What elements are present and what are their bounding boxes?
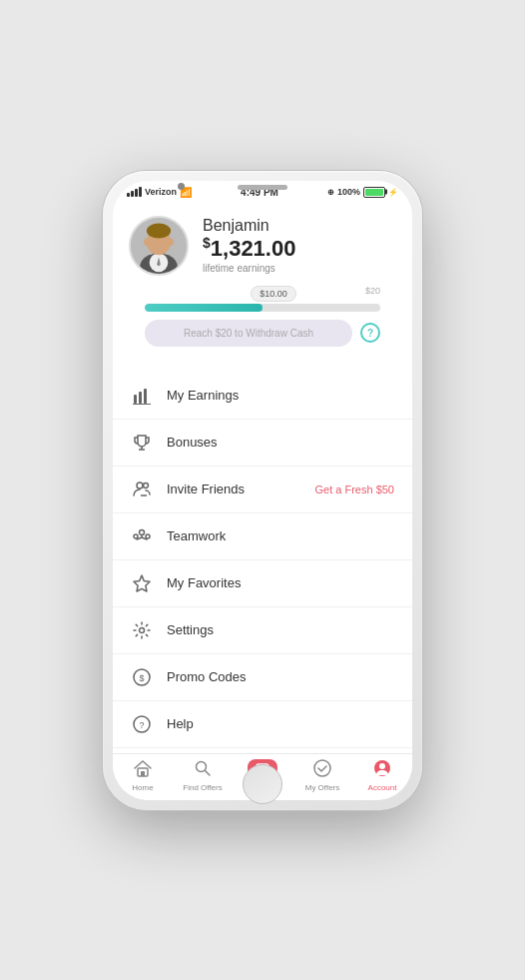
signal-bars-icon — [127, 187, 142, 197]
speaker — [238, 185, 287, 190]
svg-point-14 — [137, 483, 143, 489]
lifetime-label: lifetime earnings — [203, 263, 295, 274]
profile-amount: $1,321.00 — [203, 235, 295, 262]
promo-label: Promo Codes — [167, 669, 394, 684]
svg-point-19 — [146, 534, 150, 538]
search-icon — [194, 759, 212, 781]
menu-item-help[interactable]: ? Help — [113, 701, 412, 748]
dollar-circle-icon: $ — [131, 666, 153, 688]
tab-account[interactable]: Account — [352, 759, 412, 794]
help-label: Help — [167, 716, 394, 731]
invite-badge: Get a Fresh $50 — [315, 484, 395, 495]
avatar — [129, 216, 189, 276]
svg-marker-20 — [134, 575, 150, 591]
help-circle-icon: ? — [131, 713, 153, 735]
currency-symbol: $ — [203, 235, 211, 251]
camera — [178, 183, 185, 190]
battery-icon — [363, 187, 385, 198]
trophy-icon — [131, 432, 153, 454]
charge-icon: ⚡ — [388, 188, 398, 197]
home-icon — [134, 759, 152, 781]
battery-tip — [385, 190, 387, 195]
svg-point-21 — [140, 627, 145, 632]
account-icon — [373, 759, 391, 781]
svg-rect-28 — [141, 771, 145, 776]
phone-frame: Verizon 📶 4:49 PM ⊕ 100% ⚡ — [103, 171, 422, 810]
progress-labels: $10.00 $20 — [145, 286, 380, 302]
svg-rect-9 — [139, 392, 142, 404]
svg-point-17 — [140, 529, 145, 534]
progress-track — [145, 304, 380, 312]
bar-chart-icon — [131, 385, 153, 407]
settings-label: Settings — [167, 622, 394, 637]
tab-find-offers[interactable]: Find Offers — [173, 759, 233, 794]
teamwork-icon — [131, 525, 153, 547]
progress-fill — [145, 304, 262, 312]
invite-label: Invite Friends — [167, 482, 301, 496]
tab-my-offers[interactable]: My Offers — [292, 759, 352, 794]
menu-item-favorites[interactable]: My Favorites — [113, 560, 412, 607]
bonuses-label: Bonuses — [167, 435, 394, 450]
svg-text:$: $ — [139, 673, 144, 683]
progress-current-bubble: $10.00 — [251, 286, 296, 302]
menu-item-bonuses[interactable]: Bonuses — [113, 420, 412, 467]
withdraw-button[interactable]: Reach $20 to Withdraw Cash — [145, 320, 352, 347]
battery-fill — [365, 189, 383, 196]
check-circle-icon — [313, 759, 331, 781]
help-icon[interactable]: ? — [360, 323, 380, 343]
svg-point-6 — [144, 238, 150, 245]
favorites-label: My Favorites — [167, 575, 394, 590]
carrier-label: Verizon — [145, 187, 177, 197]
screen-content: Benjamin $1,321.00 lifetime earnings $10… — [113, 202, 412, 800]
account-tab-label: Account — [368, 783, 397, 792]
svg-rect-10 — [144, 389, 147, 404]
location-icon: ⊕ — [327, 188, 334, 197]
profile-name: Benjamin — [203, 217, 295, 235]
teamwork-label: Teamwork — [167, 528, 394, 543]
svg-line-30 — [206, 770, 211, 775]
svg-point-37 — [379, 763, 385, 769]
withdraw-row: Reach $20 to Withdraw Cash ? — [145, 320, 380, 347]
phone-screen: Verizon 📶 4:49 PM ⊕ 100% ⚡ — [113, 181, 412, 800]
people-icon — [131, 479, 153, 500]
menu-item-promo[interactable]: $ Promo Codes — [113, 654, 412, 701]
home-button[interactable] — [243, 764, 282, 804]
find-offers-tab-label: Find Offers — [183, 783, 222, 792]
menu-item-teamwork[interactable]: Teamwork — [113, 513, 412, 560]
profile-row: Benjamin $1,321.00 lifetime earnings — [129, 216, 295, 276]
progress-max-label: $20 — [365, 286, 380, 302]
svg-rect-11 — [133, 404, 151, 405]
amount-value: 1,321.00 — [211, 236, 296, 261]
battery-percent: 100% — [337, 187, 360, 197]
gear-icon — [131, 619, 153, 641]
profile-section: Benjamin $1,321.00 lifetime earnings $10… — [113, 202, 412, 373]
tab-home[interactable]: Home — [113, 759, 173, 794]
profile-info: Benjamin $1,321.00 lifetime earnings — [203, 217, 295, 274]
svg-point-5 — [147, 223, 171, 238]
menu-item-settings[interactable]: Settings — [113, 607, 412, 654]
menu-list: My Earnings Bonuses — [113, 373, 412, 753]
home-tab-label: Home — [132, 783, 153, 792]
svg-point-18 — [134, 534, 138, 538]
earnings-label: My Earnings — [167, 388, 394, 403]
svg-rect-8 — [134, 395, 137, 404]
svg-point-35 — [314, 760, 330, 776]
star-icon — [131, 572, 153, 594]
svg-text:?: ? — [139, 720, 144, 730]
svg-point-7 — [168, 238, 174, 245]
svg-point-15 — [144, 483, 149, 488]
status-right: ⊕ 100% ⚡ — [327, 187, 398, 198]
menu-item-invite[interactable]: Invite Friends Get a Fresh $50 — [113, 467, 412, 513]
my-offers-tab-label: My Offers — [305, 783, 340, 792]
menu-item-earnings[interactable]: My Earnings — [113, 373, 412, 420]
progress-section: $10.00 $20 Reach $20 to Withdraw Cash ? — [129, 286, 396, 363]
